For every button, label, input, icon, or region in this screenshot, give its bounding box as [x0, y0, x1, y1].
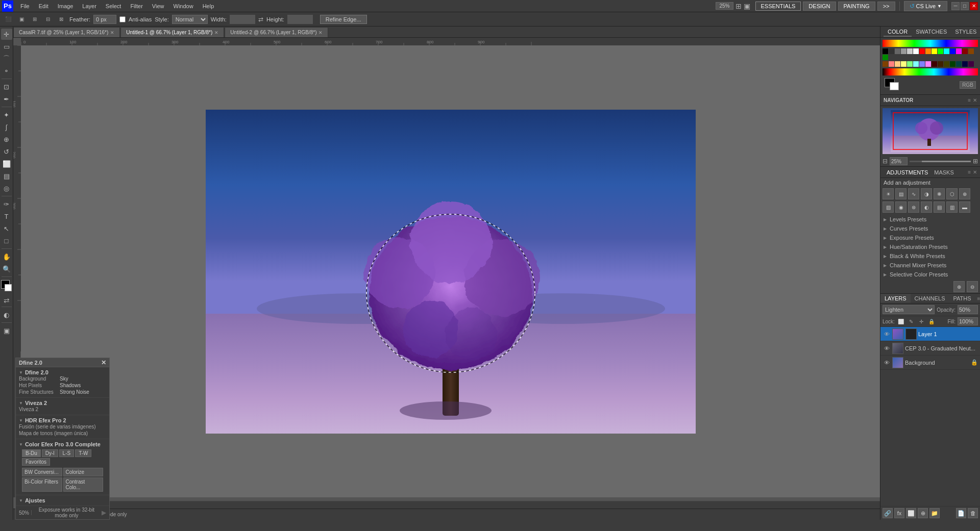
- lasso-tool[interactable]: ⌒: [1, 53, 12, 64]
- tab-close-1[interactable]: ✕: [214, 30, 218, 35]
- adjustments-close[interactable]: ✕: [973, 169, 977, 175]
- lock-position-icon[interactable]: ✛: [917, 317, 925, 325]
- path-select-tool[interactable]: ↖: [1, 223, 12, 234]
- horizontal-scrollbar[interactable]: [21, 501, 880, 509]
- brightness-contrast-btn[interactable]: ☀: [883, 188, 894, 199]
- layer-link-btn[interactable]: 🔗: [883, 508, 893, 518]
- nav-zoom-out-icon[interactable]: ⊟: [883, 158, 888, 165]
- layer-delete-btn[interactable]: 🗑: [968, 508, 978, 518]
- hue-sat-btn[interactable]: ⬡: [946, 188, 958, 199]
- quick-select-tool[interactable]: ⚬: [1, 65, 12, 77]
- plugin-dfine-header[interactable]: Dfine 2.0: [19, 369, 106, 375]
- menu-edit[interactable]: Edit: [35, 2, 53, 10]
- plugin-filter-colorize[interactable]: Colorize: [63, 468, 104, 476]
- posterize-btn[interactable]: ▤: [934, 201, 945, 213]
- quick-mask-btn[interactable]: ◐: [1, 309, 12, 320]
- curves-btn[interactable]: ∿: [908, 188, 919, 199]
- swatch[interactable]: [913, 61, 919, 67]
- swatch[interactable]: [907, 61, 913, 67]
- swatch[interactable]: [895, 48, 900, 54]
- swatch[interactable]: [901, 61, 906, 67]
- swatch[interactable]: [919, 48, 925, 54]
- swatch[interactable]: [950, 48, 955, 54]
- navigator-preview[interactable]: [883, 108, 978, 154]
- essentials-btn[interactable]: ESSENTIALS: [755, 2, 801, 11]
- plugin-filter-bw[interactable]: BW Conversi...: [22, 468, 62, 476]
- adj-channelmixer-presets[interactable]: Channel Mixer Presets: [880, 261, 980, 270]
- blend-mode-select[interactable]: Lighten Normal Multiply Screen Overlay: [883, 305, 935, 314]
- invert-btn[interactable]: ◐: [921, 201, 932, 213]
- menu-help[interactable]: Help: [199, 2, 218, 10]
- tab-close-2[interactable]: ✕: [318, 30, 323, 35]
- plugin-tab-fav[interactable]: Favoritos: [22, 458, 50, 466]
- gradient-map-btn[interactable]: ▬: [959, 201, 970, 213]
- menu-layer[interactable]: Layer: [78, 2, 101, 10]
- color-tab[interactable]: COLOR: [884, 28, 912, 37]
- menu-select[interactable]: Select: [102, 2, 126, 10]
- background-color[interactable]: [5, 284, 12, 291]
- vibrance-btn[interactable]: ❋: [934, 188, 945, 199]
- add-selection-icon[interactable]: ⊞: [30, 14, 40, 24]
- layer-mask-btn[interactable]: ⬜: [906, 508, 916, 518]
- hue-bar[interactable]: [883, 40, 978, 47]
- exposure-btn[interactable]: ◑: [921, 188, 932, 199]
- eyedropper-tool[interactable]: ✒: [1, 93, 12, 105]
- swatch[interactable]: [944, 48, 949, 54]
- swap-dimensions-icon[interactable]: ⇄: [258, 16, 263, 23]
- layer-style-btn[interactable]: fx: [894, 508, 904, 518]
- adj-huesat-presets[interactable]: Hue/Saturation Presets: [880, 242, 980, 251]
- swatch[interactable]: [925, 48, 931, 54]
- height-input[interactable]: [287, 15, 313, 24]
- dodge-tool[interactable]: ◎: [1, 183, 12, 194]
- lock-all-icon[interactable]: 🔒: [927, 317, 936, 325]
- spot-heal-tool[interactable]: ✦: [1, 109, 12, 120]
- adj-exposure-presets[interactable]: Exposure Presets: [880, 233, 980, 242]
- layer-item-1[interactable]: 👁 Layer 1: [880, 327, 980, 341]
- adjustments-tab[interactable]: ADJUSTMENTS: [884, 168, 931, 176]
- switch-colors-icon[interactable]: ⇄: [4, 296, 10, 305]
- tab-close-0[interactable]: ✕: [110, 30, 114, 35]
- refine-edge-btn[interactable]: Refine Edge...: [320, 15, 367, 24]
- swatch[interactable]: [883, 61, 888, 67]
- plugin-filter-bicolor[interactable]: Bi-Color Filters: [22, 477, 62, 492]
- adj-bottom-btn1[interactable]: ⊕: [953, 281, 965, 292]
- plugin-tab-tw[interactable]: T-W: [75, 449, 91, 457]
- menu-file[interactable]: File: [16, 2, 34, 10]
- text-tool[interactable]: T: [1, 211, 12, 222]
- eraser-tool[interactable]: ⬜: [1, 158, 12, 169]
- adjustments-options[interactable]: ≡: [968, 169, 971, 175]
- swatch[interactable]: [883, 48, 888, 54]
- layer-item-2[interactable]: 👁 CEP 3.0 - Graduated Neut...: [880, 341, 980, 356]
- tab-untitled1[interactable]: Untitled-1 @ 66.7% (Layer 1, RGB/8*) ✕: [120, 27, 224, 37]
- layer-new-btn[interactable]: 📄: [956, 508, 966, 518]
- swatch[interactable]: [883, 55, 888, 60]
- styles-tab[interactable]: STYLES: [951, 28, 980, 37]
- swatch[interactable]: [962, 61, 968, 67]
- swatch[interactable]: [925, 61, 931, 67]
- layer-group-btn[interactable]: 📁: [929, 508, 940, 518]
- adj-selectivecolor-presets[interactable]: Selective Color Presets: [880, 270, 980, 279]
- navigator-options[interactable]: ≡: [968, 97, 971, 103]
- plugin-tab-bdu[interactable]: B-Du: [22, 449, 41, 457]
- minimize-btn[interactable]: ─: [951, 2, 960, 10]
- swatch[interactable]: [956, 48, 962, 54]
- style-select[interactable]: Normal Fixed Ratio Fixed Size: [172, 15, 208, 24]
- layer-visibility-bg[interactable]: 👁: [883, 359, 891, 367]
- clone-stamp-tool[interactable]: ⊕: [1, 134, 12, 145]
- layers-options[interactable]: ≡: [975, 296, 980, 301]
- swatch[interactable]: [938, 61, 943, 67]
- swatch[interactable]: [889, 48, 894, 54]
- move-tool[interactable]: ✛: [1, 29, 12, 40]
- feather-input[interactable]: [93, 15, 116, 24]
- swatch[interactable]: [932, 61, 937, 67]
- bw-btn[interactable]: ▨: [883, 201, 894, 213]
- plugin-tab-dyl[interactable]: Dy-l: [42, 449, 58, 457]
- new-selection-icon[interactable]: ▣: [16, 14, 27, 24]
- plugin-ajustes-header[interactable]: Ajustes: [19, 497, 106, 503]
- canvas-content[interactable]: [21, 45, 880, 497]
- tab-untitled2[interactable]: Untitled-2 @ 66.7% (Layer 1, RGB/8*) ✕: [225, 27, 328, 37]
- adj-bw-presets[interactable]: Black & White Presets: [880, 251, 980, 261]
- swatch[interactable]: [913, 48, 919, 54]
- swatch[interactable]: [950, 61, 955, 67]
- maximize-btn[interactable]: □: [961, 2, 969, 10]
